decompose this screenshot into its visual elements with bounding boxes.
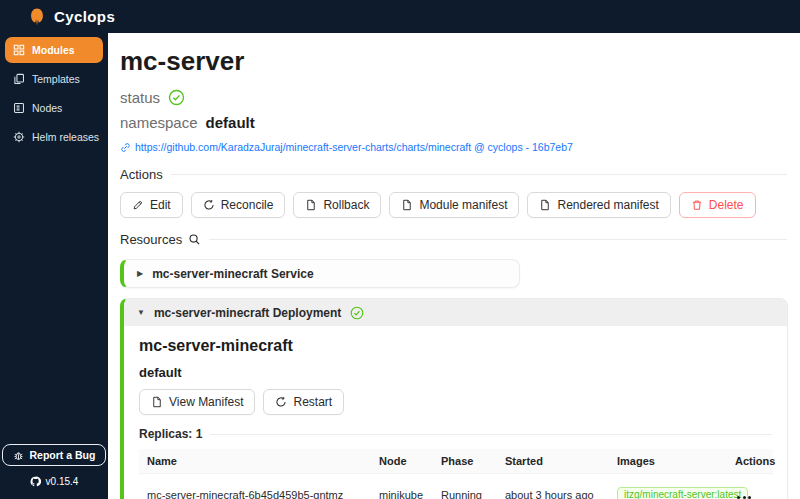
cyclops-app: Cyclops Modules — [0, 0, 800, 499]
appstore-icon — [13, 44, 25, 56]
sidebar-item-templates[interactable]: Templates — [5, 66, 103, 92]
deployment-panel-header[interactable]: ▼ mc-server-minecraft Deployment — [124, 299, 787, 326]
namespace-label: namespace — [120, 114, 198, 131]
repo-link-text: https://github.com/KaradzaJuraj/minecraf… — [135, 141, 573, 153]
version-link[interactable]: v0.15.4 — [30, 476, 79, 487]
sidebar-item-helm-releases[interactable]: Helm releases ⚡ — [5, 124, 103, 150]
report-bug-button[interactable]: Report a Bug — [2, 444, 107, 466]
col-node: Node — [371, 449, 433, 474]
pod-node: minikube — [371, 474, 433, 499]
caret-down-icon: ▼ — [137, 309, 145, 317]
col-started: Started — [497, 449, 609, 474]
search-icon[interactable] — [188, 233, 201, 246]
view-manifest-button[interactable]: View Manifest — [139, 389, 255, 415]
service-panel-title: mc-server-minecraft Service — [152, 267, 313, 281]
replicas-label: Replicas: 1 — [139, 427, 202, 441]
sidebar-item-modules[interactable]: Modules — [5, 37, 103, 63]
version-label: v0.15.4 — [46, 476, 79, 487]
image-tag: itzg/minecraft-server:latest — [617, 487, 748, 499]
col-images: Images — [609, 449, 727, 474]
main-content: mc-server status namespace default — [108, 33, 800, 499]
resources-divider — [209, 239, 787, 240]
file-icon — [305, 199, 317, 211]
edit-icon — [132, 199, 144, 211]
sidebar: Modules Templates — [0, 33, 108, 499]
bug-icon — [13, 450, 24, 461]
actions-divider — [171, 174, 787, 175]
reload-icon — [275, 396, 287, 408]
pod-phase: Running — [433, 474, 497, 499]
namespace-value: default — [206, 114, 255, 131]
helm-wheel-icon — [13, 131, 25, 143]
replicas-divider — [210, 434, 772, 435]
module-manifest-button[interactable]: Module manifest — [389, 192, 519, 218]
status-healthy-icon — [168, 89, 185, 106]
sidebar-item-label: Helm releases — [32, 131, 99, 143]
restart-button[interactable]: Restart — [263, 389, 344, 415]
pods-table: Name Node Phase Started Images Actions m… — [139, 449, 773, 499]
deployment-panel-title: mc-server-minecraft Deployment — [154, 306, 341, 320]
trash-icon — [691, 199, 703, 211]
sidebar-item-label: Modules — [32, 44, 75, 56]
file-icon — [151, 396, 163, 408]
sidebar-item-label: Nodes — [32, 102, 62, 114]
service-resource-panel: ▶ mc-server-minecraft Service — [120, 259, 520, 288]
sidebar-item-nodes[interactable]: Nodes — [5, 95, 103, 121]
actions-section-label: Actions — [120, 167, 163, 182]
col-actions: Actions — [727, 449, 773, 474]
table-header-row: Name Node Phase Started Images Actions — [139, 449, 773, 474]
logo-text: Cyclops — [54, 8, 115, 25]
top-bar: Cyclops — [0, 0, 800, 33]
rollback-button[interactable]: Rollback — [293, 192, 381, 218]
github-icon — [30, 476, 41, 487]
deployment-name: mc-server-minecraft — [139, 337, 772, 355]
rendered-manifest-button[interactable]: Rendered manifest — [527, 192, 670, 218]
repo-link[interactable]: https://github.com/KaradzaJuraj/minecraf… — [120, 141, 787, 153]
page-title: mc-server — [120, 46, 787, 77]
table-row: mc-server-minecraft-6b45d459b5-gntmz min… — [139, 474, 773, 499]
delete-button[interactable]: Delete — [679, 192, 756, 218]
resources-section-label: Resources — [120, 232, 182, 247]
service-panel-header[interactable]: ▶ mc-server-minecraft Service — [124, 260, 519, 287]
templates-icon — [13, 73, 25, 85]
reload-icon — [203, 199, 215, 211]
report-bug-label: Report a Bug — [30, 449, 96, 461]
nodes-icon — [13, 102, 25, 114]
caret-right-icon: ▶ — [137, 270, 143, 278]
deployment-resource-panel: ▼ mc-server-minecraft Deployment mc-serv… — [120, 298, 788, 499]
pod-started: about 3 hours ago — [497, 474, 609, 499]
cyclops-logo[interactable]: Cyclops — [28, 6, 115, 28]
cyclops-logo-icon — [28, 6, 46, 28]
deployment-healthy-icon — [350, 306, 364, 320]
sidebar-item-label: Templates — [32, 73, 80, 85]
deployment-namespace: default — [139, 365, 772, 380]
edit-button[interactable]: Edit — [120, 192, 183, 218]
file-icon — [401, 199, 413, 211]
file-icon — [539, 199, 551, 211]
col-name: Name — [139, 449, 371, 474]
link-icon — [120, 142, 131, 153]
col-phase: Phase — [433, 449, 497, 474]
status-label: status — [120, 89, 160, 106]
row-actions-menu[interactable] — [735, 494, 753, 499]
reconcile-button[interactable]: Reconcile — [191, 192, 286, 218]
pod-name: mc-server-minecraft-6b45d459b5-gntmz — [139, 474, 371, 499]
